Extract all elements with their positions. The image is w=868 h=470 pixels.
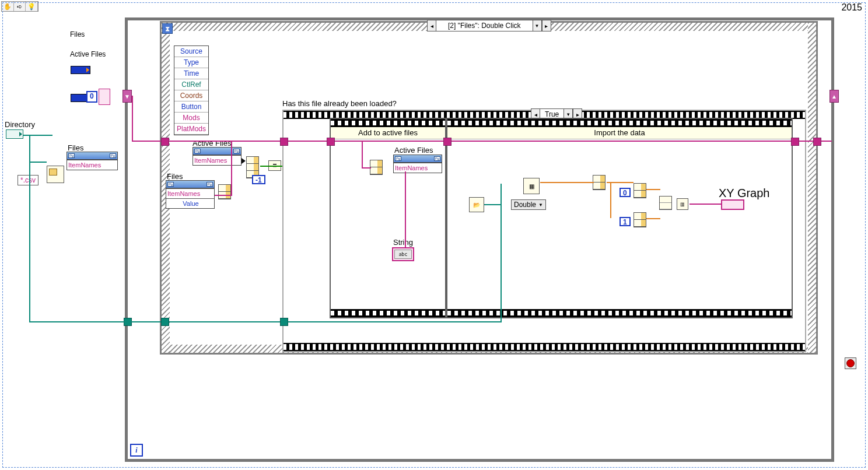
files-property-node-outer[interactable]: PgPg ItemNames [66, 152, 118, 170]
index-row1-node[interactable] [634, 212, 646, 227]
event-item-source[interactable]: Source [174, 46, 208, 57]
directory-label: Directory [5, 120, 35, 129]
build-array-seq1[interactable] [370, 160, 383, 175]
active-files-property-node[interactable]: PgPg ItemNames [192, 147, 242, 166]
event-item-type[interactable]: Type [174, 57, 208, 68]
event-case-label[interactable]: [2] "Files": Double Click [436, 20, 533, 31]
event-item-button[interactable]: Button [174, 101, 208, 113]
case-film-bottom-holes [284, 344, 805, 350]
seq2-title: Import the data [447, 127, 792, 139]
event-case-dropdown-icon[interactable]: ▼ [533, 20, 542, 31]
loop-iteration-terminal: i [130, 444, 143, 457]
event-item-ctlref[interactable]: CtlRef [174, 79, 208, 90]
ring-dd-icon: ▼ [538, 202, 543, 208]
build-cluster-array[interactable]: ▥ [677, 198, 688, 210]
read-spreadsheet-node[interactable]: ▦ [523, 178, 540, 194]
array-constant-pink[interactable] [99, 89, 110, 105]
files-listbox-terminal[interactable] [71, 66, 90, 74]
index-array-node[interactable] [218, 184, 231, 199]
files-property-node-inner[interactable]: PgPg ItemNames Value [166, 180, 215, 209]
event-data-node[interactable]: Source Type Time CtlRef Coords Button Mo… [174, 45, 209, 135]
minus-one-constant[interactable]: -1 [252, 175, 265, 184]
case-question-label: Has this file already been loaded? [282, 99, 397, 108]
event-item-mods[interactable]: Mods [174, 113, 208, 124]
index-0-constant[interactable]: 0 [620, 188, 631, 197]
active-itemnames-prop[interactable]: ItemNames [193, 155, 241, 165]
loop-stop-terminal[interactable] [845, 357, 856, 369]
xy-graph-label: XY Graph [719, 187, 769, 200]
csv-pattern-constant[interactable]: *.csv [18, 175, 38, 185]
event-prev-icon[interactable]: ◂ [427, 20, 436, 31]
index-array-init: 0 [86, 89, 110, 105]
files-pn2-label: Files [167, 172, 183, 181]
double-ring-constant[interactable]: Double▼ [511, 199, 546, 210]
build-path-node[interactable]: 📂 [469, 197, 484, 212]
active-write-itemnames[interactable]: ItemNames [394, 163, 442, 173]
shift-register-right[interactable]: ▲ [830, 90, 839, 103]
zero-constant[interactable]: 0 [86, 91, 97, 103]
event-next-icon[interactable]: ▸ [542, 20, 551, 31]
list-folder-vi-icon[interactable] [47, 166, 64, 183]
files-propnode-label: Files [68, 143, 83, 152]
prop-read-arrow-icon [242, 158, 246, 164]
event-timeout-icon[interactable] [162, 23, 173, 34]
event-item-coords[interactable]: Coords [174, 90, 208, 101]
files-value-prop[interactable]: Value [166, 198, 214, 208]
seq1-title: Add to active files [331, 127, 445, 139]
string-indicator-label: String [393, 238, 413, 247]
index-array-2d[interactable] [593, 175, 606, 190]
active-files-write-label: Active Files [394, 146, 433, 155]
index-1-constant[interactable]: 1 [620, 217, 631, 226]
index-row0-node[interactable] [634, 183, 646, 198]
active-files-listbox-label: Active Files [70, 50, 106, 58]
files-itemnames-prop[interactable]: ItemNames [166, 188, 214, 198]
files-listbox-label: Files [70, 30, 85, 38]
xy-graph-terminal[interactable] [721, 199, 744, 210]
string-indicator-abc: abc [394, 250, 412, 259]
itemnames-property[interactable]: ItemNames [67, 160, 117, 170]
event-item-time[interactable]: Time [174, 68, 208, 79]
event-case-selector[interactable]: ◂ [2] "Files": Double Click ▼ ▸ [427, 20, 596, 31]
event-item-platmods[interactable]: PlatMods [174, 124, 208, 135]
string-indicator: abc [392, 247, 414, 261]
bundle-xy-node[interactable] [659, 196, 672, 210]
shift-register-left[interactable]: ▼ [123, 90, 132, 103]
directory-path-control[interactable] [6, 129, 23, 139]
active-files-write-propnode[interactable]: PgPg ItemNames [393, 155, 442, 173]
ring-label: Double [514, 201, 536, 209]
